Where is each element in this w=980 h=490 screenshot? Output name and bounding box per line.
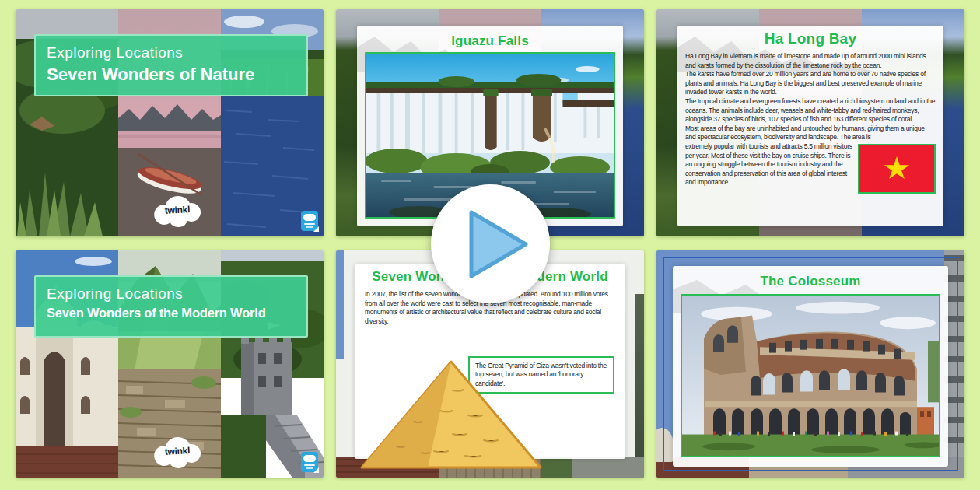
slide-title: Iguazu Falls — [357, 33, 623, 49]
paragraph: The karsts have formed over 20 million y… — [685, 70, 936, 97]
twinkl-watermark: twinkl — [152, 434, 203, 471]
slide-body-text: Ha Long Bay in Vietnam is made of limest… — [685, 52, 936, 187]
resource-preview: Exploring Locations Seven Wonders of Nat… — [0, 0, 980, 490]
paragraph: The tropical climate and evergreen fores… — [685, 97, 936, 124]
twinkl-watermark: twinkl — [152, 193, 203, 229]
vietnam-flag — [858, 144, 936, 194]
star-icon — [884, 156, 910, 181]
paragraph: Ha Long Bay in Vietnam is made of limest… — [685, 52, 936, 70]
slide-title: Seven Wonders of Nature — [47, 65, 296, 85]
road-base-strip — [541, 457, 644, 478]
content-panel: The Colosseum — [673, 266, 948, 467]
great-pyramid-illustration — [359, 359, 543, 470]
play-icon — [431, 184, 550, 303]
slide-title: Seven Wonders of the Modern World — [47, 306, 296, 320]
title-banner: Exploring Locations Seven Wonders of Nat… — [34, 34, 308, 96]
slide-nature-title: Exploring Locations Seven Wonders of Nat… — [16, 9, 324, 236]
background-sky-edge — [336, 250, 344, 359]
content-panel: Ha Long Bay Ha Long Bay in Vietnam is ma… — [677, 26, 943, 226]
twinkl-badge-icon — [301, 211, 318, 231]
slide-title: Ha Long Bay — [677, 30, 943, 47]
background-building-edge — [635, 294, 644, 478]
twinkl-badge-icon — [301, 452, 318, 472]
slide-ha-long-bay: Ha Long Bay Ha Long Bay in Vietnam is ma… — [656, 9, 964, 236]
title-banner: Exploring Locations Seven Wonders of the… — [34, 275, 308, 338]
slide-title: The Colosseum — [673, 274, 948, 289]
play-button[interactable] — [431, 184, 550, 303]
series-title: Exploring Locations — [47, 285, 296, 303]
slide-colosseum: The Colosseum — [656, 250, 964, 478]
paragraph-with-flag: extremely popular with tourists and attr… — [685, 142, 936, 187]
paragraph: Most areas of the bay are uninhabited an… — [685, 124, 936, 142]
colosseum-photo — [681, 294, 940, 457]
slide-modern-title: Exploring Locations Seven Wonders of the… — [16, 250, 324, 478]
series-title: Exploring Locations — [47, 44, 296, 61]
